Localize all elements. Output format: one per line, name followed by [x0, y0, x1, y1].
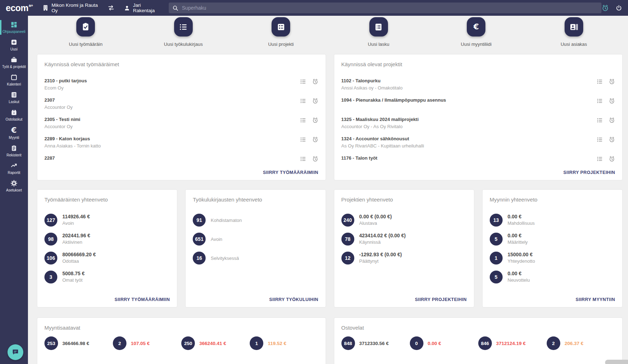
count-badge: 0 [410, 336, 423, 350]
receivables-entry[interactable]: 250 366240.41 € [181, 336, 250, 350]
project-row[interactable]: 1325 - Maaliskuu 2024 malliprojekti Acco… [341, 116, 615, 135]
work-expenses-summary-card: Työkulukirjausten yhteenveto 91 Kohdista… [185, 189, 326, 307]
summary-row[interactable]: 240 0.00 € (0.00 €)Alustava [341, 210, 467, 229]
count-badge: 12 [341, 252, 354, 264]
payables-entry[interactable]: 2 206.37 € [547, 336, 615, 350]
count-badge: 127 [44, 214, 57, 227]
row-list-icon[interactable] [300, 78, 306, 85]
summary-row[interactable]: 16 Selvityksessä [193, 248, 318, 267]
sidebar-item-laskut[interactable]: Laskut [0, 89, 28, 106]
work-order-row[interactable]: 2287 [44, 155, 318, 167]
swap-company-icon[interactable] [107, 4, 115, 11]
row-alarm-icon[interactable] [609, 156, 615, 162]
scrollbar-thumb[interactable] [605, 360, 628, 364]
count-badge: 1 [250, 336, 263, 350]
row-list-icon[interactable] [596, 78, 603, 85]
go-to-projects-link[interactable]: SIIRRY PROJEKTEIHIN [415, 297, 466, 302]
row-alarm-icon[interactable] [609, 78, 615, 85]
receivables-entry[interactable]: 2 107.05 € [113, 336, 181, 350]
work-order-row[interactable]: 2305 - Testi nimi Accountor Oy [44, 116, 318, 135]
company-selector[interactable]: Mikon Kromi ja Rauta Oy [42, 3, 102, 13]
project-row[interactable]: 1094 - Pienurakka / Ilmalämpöpumppu asen… [341, 97, 615, 116]
new-work-expense-button[interactable]: Uusi työkulukirjaus [135, 17, 232, 47]
row-alarm-icon[interactable] [312, 98, 318, 104]
company-name: Mikon Kromi ja Rauta Oy [52, 3, 102, 13]
row-alarm-icon[interactable] [312, 117, 318, 123]
row-list-icon[interactable] [596, 98, 603, 104]
new-project-button[interactable]: Uusi projekti [232, 17, 330, 47]
global-search[interactable] [169, 3, 601, 13]
row-list-icon[interactable] [596, 117, 603, 123]
summary-row[interactable]: 98 202441.96 €Aktiivinen [44, 229, 170, 248]
power-icon[interactable] [615, 5, 622, 11]
row-list-icon[interactable] [300, 117, 306, 123]
sidebar-item-raportit[interactable]: Raportit [0, 160, 28, 177]
row-alarm-icon[interactable] [609, 117, 615, 123]
project-row[interactable]: 1176 - Talon työt [341, 155, 615, 167]
summary-row[interactable]: 12 -1292.93 € (0.00 €)Päättynyt [341, 248, 467, 267]
summary-row[interactable]: 13 0.00 €Mahdollisuus [490, 210, 615, 229]
summary-row[interactable]: 1 15000.00 €Yhteydenotto [490, 248, 615, 267]
project-row[interactable]: 1102 - Talonpurku Anssi Asikas oy - Omak… [341, 77, 615, 97]
count-badge: 16 [193, 252, 206, 264]
sidebar-item-myynti[interactable]: € Myynti [0, 124, 28, 142]
row-list-icon[interactable] [300, 156, 306, 162]
summary-row[interactable]: 3 5008.75 €Omat työt [44, 267, 170, 286]
summary-row[interactable]: 5 0.00 €Määrittely [490, 229, 615, 248]
go-to-projects-link[interactable]: SIIRRY PROJEKTEIHIN [564, 170, 615, 175]
row-alarm-icon[interactable] [609, 98, 615, 104]
sidebar-item-ohjauspaneeli[interactable]: Ohjauspaneeli [0, 19, 28, 36]
project-row[interactable]: 1324 - Accountor sähkönousut As Oy Rivar… [341, 135, 615, 155]
sales-receivables-card: Myyntisaatavat 253 366466.98 € 2 107.05 … [37, 317, 326, 364]
summary-row[interactable]: 651 Avoin [193, 229, 318, 248]
receivables-entry[interactable]: 253 366466.98 € [44, 336, 113, 350]
sidebar-item-ostolaskut[interactable]: Ostolaskut [0, 106, 28, 124]
go-to-work-expenses-link[interactable]: SIIRRY TYÖKULUIHIN [269, 297, 318, 302]
work-order-row[interactable]: 2289 - Katon korjaus Anna Asiakas - Torn… [44, 135, 318, 155]
payables-entry[interactable]: 0 0.00 € [410, 336, 478, 350]
count-badge: 3 [44, 271, 57, 283]
summary-row[interactable]: 91 Kohdistamaton [193, 210, 318, 229]
payables-entry[interactable]: 846 3712124.19 € [478, 336, 547, 350]
summary-row[interactable]: 106 80066669.20 €Odottaa [44, 248, 170, 267]
topbar: ecoma+ Mikon Kromi ja Rauta Oy Jari Rake… [0, 0, 628, 16]
search-input[interactable] [181, 5, 598, 11]
summary-row[interactable]: 78 423414.02 € (0.00 €)Käynnissä [341, 229, 467, 248]
sidebar-item-kalenteri[interactable]: Kalenteri [0, 71, 28, 89]
row-alarm-icon[interactable] [609, 136, 615, 143]
sidebar: Ohjauspaneeli Uusi Työt & projektit Kale… [0, 16, 28, 364]
user-menu[interactable]: Jari Rakentaja [124, 3, 162, 13]
sidebar-item-asetukset[interactable]: Asetukset [0, 177, 28, 195]
new-invoice-button[interactable]: Uusi lasku [330, 17, 428, 47]
count-badge: 846 [478, 336, 492, 350]
go-to-work-orders-link[interactable]: SIIRRY TYÖMÄÄRÄIMIIN [263, 170, 318, 175]
summary-row[interactable]: 127 114926.46 €Avoin [44, 210, 170, 229]
sidebar-item-tyot-projektit[interactable]: Työt & projektit [0, 54, 28, 71]
row-list-icon[interactable] [596, 136, 603, 143]
gear-icon [10, 180, 18, 187]
row-list-icon[interactable] [300, 98, 306, 104]
chat-button[interactable] [8, 344, 23, 360]
alarm-clock-icon[interactable] [601, 4, 609, 12]
clipboard-check-icon [81, 22, 90, 31]
row-alarm-icon[interactable] [312, 78, 318, 85]
work-order-row[interactable]: 2310 - putki tarjous Ecom Oy [44, 77, 318, 97]
row-alarm-icon[interactable] [312, 156, 318, 162]
count-badge: 98 [44, 233, 57, 246]
new-customer-button[interactable]: Uusi asiakas [525, 17, 623, 47]
row-alarm-icon[interactable] [312, 136, 318, 143]
summary-row[interactable]: 5 0.00 €Neuvottelu [490, 267, 615, 286]
row-list-icon[interactable] [596, 156, 603, 162]
receivables-entry[interactable]: 1 119.52 € [250, 336, 318, 350]
new-work-order-button[interactable]: Uusi työmääräin [37, 17, 135, 47]
row-list-icon[interactable] [300, 136, 306, 143]
sidebar-item-uusi[interactable]: Uusi [0, 36, 28, 54]
new-sales-lead-button[interactable]: € Uusi myyntiliidi [427, 17, 525, 47]
payables-entry[interactable]: 848 3712330.56 € [341, 336, 410, 350]
work-order-row[interactable]: 2307 Accountor Oy [44, 97, 318, 116]
search-icon [172, 5, 178, 11]
sidebar-item-rekisterit[interactable]: Rekisterit [0, 142, 28, 160]
go-to-sales-link[interactable]: SIIRRY MYYNTIIN [576, 297, 615, 302]
count-badge: 2 [113, 336, 126, 350]
go-to-work-orders-link[interactable]: SIIRRY TYÖMÄÄRÄIMIIN [115, 297, 170, 302]
